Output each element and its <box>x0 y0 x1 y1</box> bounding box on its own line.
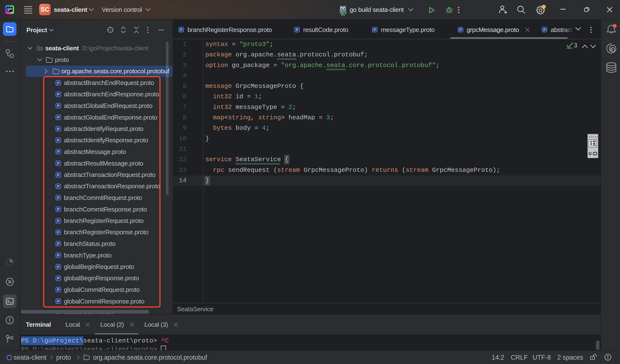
svg-text:P: P <box>57 138 59 142</box>
svg-text:P: P <box>373 28 376 32</box>
svg-text:P: P <box>57 299 59 303</box>
svg-text:P: P <box>57 207 59 211</box>
svg-text:P: P <box>57 230 59 234</box>
svg-text:P: P <box>57 92 59 96</box>
svg-text:P: P <box>57 253 59 257</box>
svg-text:P: P <box>57 150 59 154</box>
svg-text:P: P <box>57 115 59 119</box>
svg-text:P: P <box>57 276 59 280</box>
svg-text:P: P <box>57 173 59 177</box>
svg-text:P: P <box>57 127 59 131</box>
svg-text:P: P <box>543 28 546 32</box>
svg-text:P: P <box>57 265 59 269</box>
svg-text:P: P <box>296 28 298 32</box>
svg-text:P: P <box>459 28 462 32</box>
svg-text:P: P <box>57 81 59 85</box>
svg-text:P: P <box>57 288 59 292</box>
svg-text:P: P <box>57 219 59 223</box>
svg-text:P: P <box>57 104 59 108</box>
svg-text:P: P <box>57 161 59 165</box>
svg-text:P: P <box>57 184 59 188</box>
svg-text:P: P <box>57 196 59 200</box>
svg-text:P: P <box>57 242 59 246</box>
svg-text:P: P <box>180 28 182 32</box>
